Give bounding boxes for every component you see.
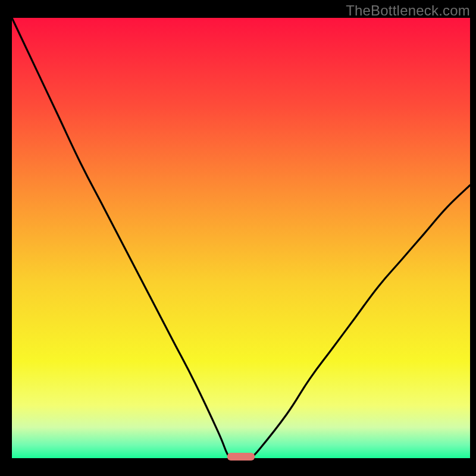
minimum-marker <box>227 453 255 461</box>
plot-background <box>12 18 470 458</box>
watermark-text: TheBottleneck.com <box>346 2 470 19</box>
chart-container: TheBottleneck.com <box>0 0 476 476</box>
bottleneck-chart <box>0 0 476 476</box>
